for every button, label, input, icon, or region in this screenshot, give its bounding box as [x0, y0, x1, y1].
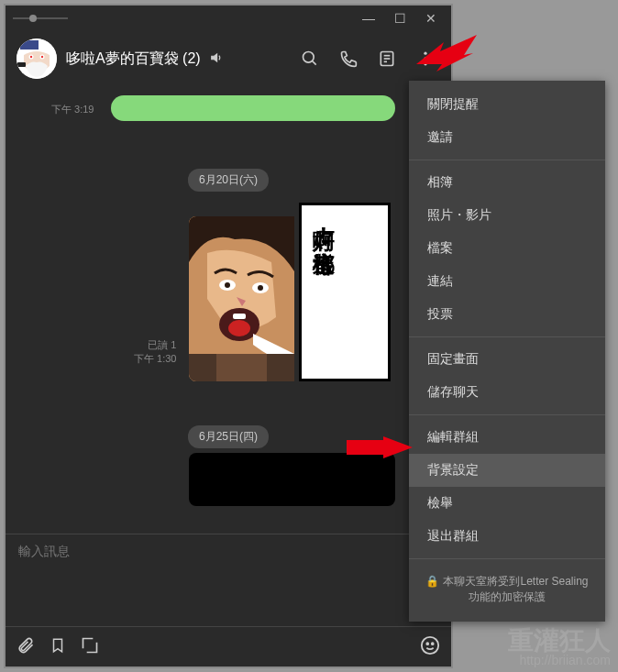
svg-point-28 [422, 636, 438, 653]
svg-marker-32 [347, 436, 413, 458]
avatar[interactable] [17, 39, 57, 79]
svg-point-3 [30, 56, 32, 58]
message-bubble[interactable] [111, 95, 395, 121]
menu-links[interactable]: 連結 [409, 265, 605, 298]
svg-point-8 [303, 52, 315, 63]
menu-encryption-note: 🔒本聊天室將受到Letter Sealing功能的加密保護 [409, 565, 605, 614]
footer-toolbar [6, 626, 451, 666]
menu-report[interactable]: 檢舉 [409, 487, 605, 520]
svg-point-19 [225, 282, 230, 288]
menu-pin[interactable]: 固定畫面 [409, 343, 605, 376]
close-button[interactable]: ✕ [418, 9, 444, 28]
svg-point-29 [426, 643, 428, 644]
menu-mute[interactable]: 關閉提醒 [409, 88, 605, 121]
menu-album[interactable]: 相簿 [409, 166, 605, 199]
call-icon[interactable] [334, 44, 363, 73]
message-bubble[interactable] [189, 453, 395, 506]
svg-rect-1 [20, 40, 39, 50]
menu-save[interactable]: 儲存聊天 [409, 376, 605, 409]
menu-edit-group[interactable]: 編輯群組 [409, 421, 605, 454]
bookmark-icon[interactable] [50, 637, 66, 657]
menu-leave[interactable]: 退出群組 [409, 520, 605, 553]
menu-media[interactable]: 照片・影片 [409, 199, 605, 232]
opacity-slider[interactable] [13, 17, 68, 19]
menu-files[interactable]: 檔案 [409, 232, 605, 265]
search-icon[interactable] [295, 44, 325, 73]
minimize-button[interactable]: — [356, 9, 381, 28]
svg-point-23 [228, 320, 250, 336]
chat-title: 哆啦A夢的百寶袋 (2) [66, 50, 201, 69]
svg-rect-26 [216, 354, 267, 381]
notes-icon[interactable] [372, 44, 402, 73]
more-menu: 關閉提醒 邀請 相簿 照片・影片 檔案 連結 投票 固定畫面 儲存聊天 編輯群組… [409, 81, 605, 622]
svg-point-30 [432, 643, 434, 644]
message-area: 下午 3:19 6月20日(六) [6, 86, 451, 534]
capture-icon[interactable] [81, 636, 99, 658]
svg-line-9 [313, 61, 316, 65]
menu-invite[interactable]: 邀請 [409, 121, 605, 154]
annotation-arrow-icon [347, 436, 413, 458]
titlebar: — ☐ ✕ [6, 6, 451, 31]
chat-window: — ☐ ✕ 哆啦A夢的百寶袋 (2) [4, 4, 453, 668]
lock-icon: 🔒 [425, 575, 439, 588]
message-input[interactable]: 輸入訊息 [6, 534, 451, 626]
svg-point-5 [41, 56, 43, 58]
maximize-button[interactable]: ☐ [387, 9, 413, 28]
attachment-icon[interactable] [17, 636, 35, 658]
annotation-arrow-icon [416, 29, 480, 75]
svg-marker-31 [416, 35, 477, 72]
speech-bubble: 好啊！都這樣 [299, 203, 391, 381]
emoji-icon[interactable] [420, 635, 440, 659]
date-separator: 6月25日(四) [188, 425, 269, 448]
menu-poll[interactable]: 投票 [409, 298, 605, 331]
speaker-icon[interactable] [210, 51, 223, 67]
svg-rect-6 [17, 62, 26, 67]
timestamp: 下午 3:19 [51, 103, 94, 116]
menu-background[interactable]: 背景設定 [409, 454, 605, 487]
svg-point-21 [258, 285, 263, 291]
sticker-message[interactable]: 好啊！都這樣 [189, 203, 395, 386]
chat-header: 哆啦A夢的百寶袋 (2) [6, 31, 451, 86]
svg-marker-7 [211, 53, 216, 61]
watermark: 重灌狂人 http://briian.com [508, 628, 611, 666]
date-separator: 6月20日(六) [188, 169, 269, 192]
svg-rect-24 [233, 314, 246, 319]
read-status: 已讀 1 下午 1:30 [134, 338, 176, 366]
